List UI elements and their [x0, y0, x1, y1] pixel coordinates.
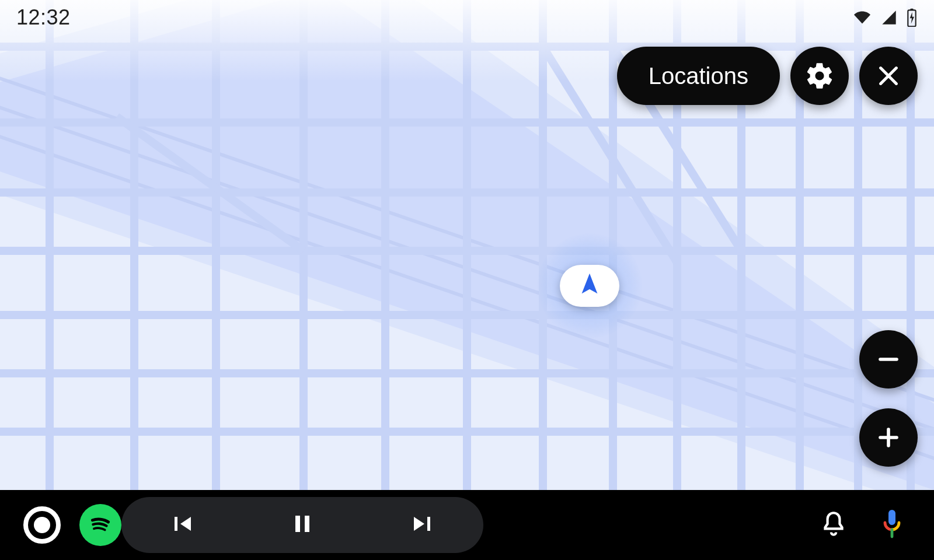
locations-button[interactable]: Locations	[617, 47, 780, 105]
launcher-button[interactable]	[21, 504, 63, 546]
spotify-app-button[interactable]	[79, 504, 121, 546]
spotify-icon	[86, 509, 115, 541]
cell-signal-icon	[880, 9, 898, 26]
minus-icon	[874, 345, 902, 373]
status-bar: 12:32	[0, 0, 934, 35]
zoom-out-button[interactable]	[859, 330, 918, 388]
media-controls	[121, 497, 483, 553]
pause-icon	[288, 510, 316, 540]
svg-rect-35	[295, 516, 300, 532]
gear-icon	[804, 61, 835, 91]
skip-previous-icon	[168, 510, 196, 540]
bottom-nav-bar	[0, 490, 934, 560]
svg-rect-36	[305, 516, 309, 532]
status-icons	[852, 8, 918, 27]
assistant-mic-icon	[877, 508, 907, 542]
status-time: 12:32	[16, 5, 71, 30]
svg-rect-37	[888, 510, 895, 525]
close-icon	[875, 62, 902, 89]
zoom-controls	[859, 330, 918, 467]
battery-charging-icon	[906, 8, 918, 27]
skip-next-icon	[409, 510, 437, 540]
close-button[interactable]	[859, 47, 918, 105]
notifications-button[interactable]	[813, 504, 855, 546]
next-track-button[interactable]	[406, 508, 441, 542]
launcher-icon	[23, 506, 61, 544]
svg-rect-31	[910, 9, 913, 10]
settings-button[interactable]	[790, 47, 849, 105]
plus-icon	[874, 424, 902, 452]
play-pause-button[interactable]	[285, 508, 320, 542]
top-controls: Locations	[617, 47, 918, 105]
voice-assistant-button[interactable]	[871, 504, 913, 546]
zoom-in-button[interactable]	[859, 408, 918, 467]
notifications-icon	[819, 509, 848, 541]
wifi-icon	[852, 9, 872, 26]
previous-track-button[interactable]	[164, 508, 199, 542]
